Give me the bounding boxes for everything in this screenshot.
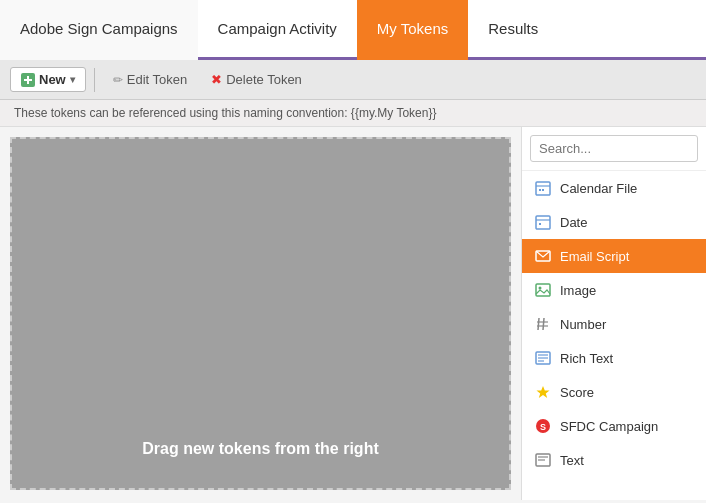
pencil-icon: ✏ [113, 73, 123, 87]
date-label: Date [560, 215, 587, 230]
svg-point-9 [539, 287, 542, 290]
info-bar: These tokens can be referenced using thi… [0, 100, 706, 127]
token-item-email-script[interactable]: Email Script [522, 239, 706, 273]
svg-rect-2 [539, 189, 541, 191]
token-item-calendar-file[interactable]: Calendar File [522, 171, 706, 205]
token-item-image[interactable]: Image [522, 273, 706, 307]
score-icon [534, 383, 552, 401]
sfdc-campaign-icon: S [534, 417, 552, 435]
delete-icon: ✖ [211, 72, 222, 87]
right-panel: Calendar File Date Email Script Image [521, 127, 706, 500]
number-icon [534, 315, 552, 333]
svg-rect-3 [542, 189, 544, 191]
svg-rect-6 [539, 223, 541, 225]
svg-rect-0 [536, 182, 550, 195]
image-icon [534, 281, 552, 299]
sfdc-campaign-label: SFDC Campaign [560, 419, 658, 434]
svg-text:S: S [540, 422, 546, 432]
caret-icon: ▾ [70, 74, 75, 85]
text-icon [534, 451, 552, 469]
calendar-file-label: Calendar File [560, 181, 637, 196]
token-item-text[interactable]: Text [522, 443, 706, 477]
drop-zone: Drag new tokens from the right [10, 137, 511, 490]
token-item-sfdc-campaign[interactable]: S SFDC Campaign [522, 409, 706, 443]
delete-token-button[interactable]: ✖ Delete Token [201, 68, 312, 91]
calendar-file-icon [534, 179, 552, 197]
tab-campaign-activity[interactable]: Campaign Activity [198, 0, 357, 60]
tab-adobe-sign[interactable]: Adobe Sign Campaigns [0, 0, 198, 60]
drop-zone-text: Drag new tokens from the right [142, 440, 378, 458]
token-item-score[interactable]: Score [522, 375, 706, 409]
rich-text-icon [534, 349, 552, 367]
svg-line-10 [538, 318, 539, 330]
new-icon [21, 73, 35, 87]
tab-results[interactable]: Results [468, 0, 558, 60]
search-box [522, 127, 706, 171]
info-text: These tokens can be referenced using thi… [14, 106, 436, 120]
edit-token-button[interactable]: ✏ Edit Token [103, 68, 197, 91]
token-item-date[interactable]: Date [522, 205, 706, 239]
toolbar-separator [94, 68, 95, 92]
email-script-label: Email Script [560, 249, 629, 264]
token-item-number[interactable]: Number [522, 307, 706, 341]
delete-token-label: Delete Token [226, 72, 302, 87]
svg-rect-4 [536, 216, 550, 229]
tab-my-tokens[interactable]: My Tokens [357, 0, 468, 60]
image-label: Image [560, 283, 596, 298]
rich-text-label: Rich Text [560, 351, 613, 366]
search-input[interactable] [530, 135, 698, 162]
svg-marker-18 [537, 386, 550, 398]
new-button[interactable]: New ▾ [10, 67, 86, 92]
number-label: Number [560, 317, 606, 332]
token-item-rich-text[interactable]: Rich Text [522, 341, 706, 375]
email-script-icon [534, 247, 552, 265]
token-list: Calendar File Date Email Script Image [522, 171, 706, 500]
main-area: Drag new tokens from the right Calendar … [0, 127, 706, 500]
nav-tabs: Adobe Sign Campaigns Campaign Activity M… [0, 0, 706, 60]
text-label: Text [560, 453, 584, 468]
date-icon [534, 213, 552, 231]
score-label: Score [560, 385, 594, 400]
edit-token-label: Edit Token [127, 72, 187, 87]
svg-rect-8 [536, 284, 550, 296]
svg-line-11 [543, 318, 544, 330]
toolbar: New ▾ ✏ Edit Token ✖ Delete Token [0, 60, 706, 100]
new-button-label: New [39, 72, 66, 87]
